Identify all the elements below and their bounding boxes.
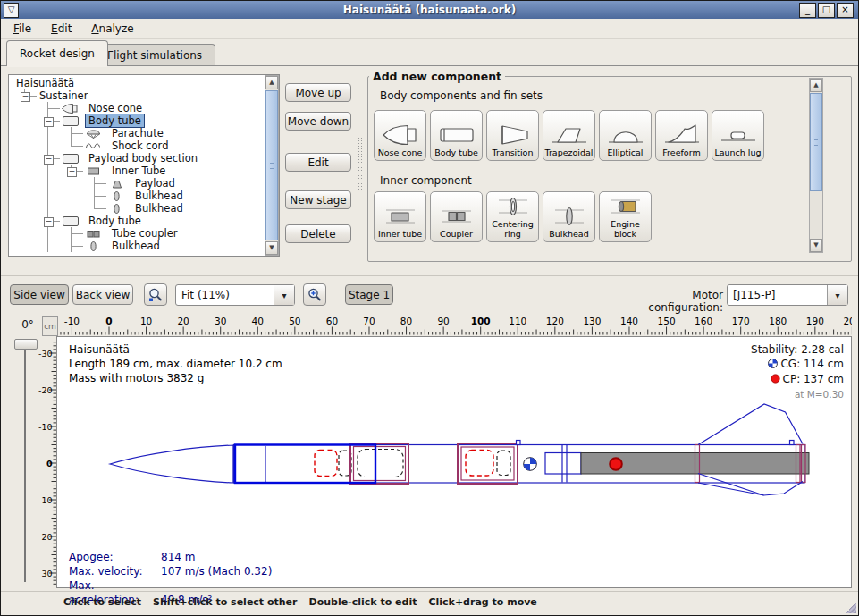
rotation-slider-handle[interactable] — [14, 339, 38, 350]
component-tree[interactable]: HaisunäätäSustainerNose coneBody tubePar… — [8, 74, 280, 257]
launchlug-icon — [719, 122, 758, 148]
tree-item-label[interactable]: Shock cord — [109, 139, 171, 152]
menu-file[interactable]: File — [13, 22, 31, 35]
tree-expander[interactable] — [67, 167, 77, 177]
svg-text:160: 160 — [695, 316, 712, 326]
delete-button[interactable]: Delete — [285, 224, 351, 243]
close-icon[interactable]: × — [837, 3, 854, 18]
bulkhead-icon — [106, 190, 130, 202]
svg-text:-20: -20 — [38, 385, 53, 395]
tab-rocket-design[interactable]: Rocket design — [6, 40, 108, 66]
tree-item-label[interactable]: Bulkhead — [132, 202, 186, 215]
tree-expander[interactable] — [44, 117, 54, 127]
title-bar[interactable]: ▽ Haisunäätä (haisunaata.ork) _ □ × — [1, 1, 858, 19]
tree-item-label[interactable]: Haisunäätä — [13, 77, 77, 89]
tree-item-shock-cord[interactable]: Shock cord — [10, 139, 264, 152]
tab-flight-simulations[interactable]: Flight simulations — [94, 44, 215, 66]
tree-item-label[interactable]: Tube coupler — [109, 227, 181, 240]
component-button-transition[interactable]: Transition — [486, 110, 539, 161]
tree-item-label[interactable]: Sustainer — [37, 89, 90, 102]
tree-expander[interactable] — [44, 155, 54, 165]
tree-item-label[interactable]: Payload — [132, 177, 178, 190]
component-button-trapezoidal[interactable]: Trapezoidal — [543, 110, 595, 161]
tree-item-label[interactable]: Nose cone — [86, 102, 145, 114]
component-button-coupler[interactable]: Coupler — [430, 191, 483, 242]
cp-marker — [610, 458, 622, 470]
tree-item-payload-body-section[interactable]: Payload body section — [10, 152, 264, 165]
rocket-canvas[interactable]: Haisunäätä Length 189 cm, max. diameter … — [56, 336, 852, 588]
component-button-body-tube[interactable]: Body tube — [430, 110, 483, 161]
tree-item-label[interactable]: Inner Tube — [109, 165, 168, 177]
chevron-down-icon[interactable]: ▾ — [827, 285, 847, 305]
tree-item-haisun-t-[interactable]: Haisunäätä — [10, 77, 264, 89]
new-stage-button[interactable]: New stage — [285, 190, 351, 209]
tree-item-label[interactable]: Payload body section — [86, 152, 200, 165]
back-view-button[interactable]: Back view — [72, 284, 133, 305]
tree-item-inner-tube[interactable]: Inner Tube — [10, 165, 264, 177]
component-button-engine-block[interactable]: Engine block — [599, 191, 652, 242]
tree-item-label[interactable]: Parachute — [109, 127, 166, 139]
zoom-level-select[interactable]: Fit (11%) ▾ — [175, 284, 295, 306]
menu-analyze[interactable]: Analyze — [91, 22, 133, 35]
bodytube-icon — [60, 153, 83, 165]
hint-double-click: Double-click to edit — [309, 596, 417, 608]
component-button-bulkhead[interactable]: Bulkhead — [543, 191, 595, 242]
tree-item-label[interactable]: Body tube — [86, 114, 144, 127]
component-button-nose-cone[interactable]: Nose cone — [374, 110, 426, 161]
window-title: Haisunäätä (haisunaata.ork) — [1, 4, 858, 16]
tree-item-tube-coupler[interactable]: Tube coupler — [10, 227, 264, 240]
zoom-in-button[interactable] — [303, 283, 326, 306]
innertube-icon — [381, 203, 420, 230]
panel-divider-grip[interactable] — [358, 137, 363, 190]
scroll-up-icon[interactable]: ▲ — [265, 76, 278, 89]
tree-item-label[interactable]: Bulkhead — [109, 240, 163, 252]
resize-grip[interactable] — [846, 603, 856, 613]
svg-text:130: 130 — [583, 316, 601, 326]
tree-item-label[interactable]: Bulkhead — [132, 190, 186, 202]
tree-scrollbar[interactable]: ▲ ▼ — [265, 75, 279, 256]
side-view-button[interactable]: Side view — [10, 284, 69, 305]
minimize-icon[interactable]: _ — [799, 3, 816, 18]
tree-item-sustainer[interactable]: Sustainer — [10, 89, 264, 102]
scroll-down-icon[interactable]: ▼ — [265, 241, 278, 255]
component-scrollbar-thumb[interactable] — [810, 93, 822, 191]
move-up-button[interactable]: Move up — [285, 83, 351, 102]
chevron-down-icon[interactable]: ▾ — [274, 285, 294, 305]
tree-item-parachute[interactable]: Parachute — [10, 127, 264, 139]
stage-1-toggle[interactable]: Stage 1 — [345, 284, 393, 305]
maximize-icon[interactable]: □ — [818, 3, 835, 18]
zoom-out-button[interactable] — [144, 283, 167, 306]
component-button-inner-tube[interactable]: Inner tube — [374, 191, 426, 242]
tree-scrollbar-thumb[interactable] — [265, 90, 278, 240]
scroll-up-icon[interactable]: ▲ — [810, 79, 822, 92]
svg-text:180: 180 — [769, 316, 787, 326]
tree-item-bulkhead[interactable]: Bulkhead — [10, 202, 264, 215]
tree-expander[interactable] — [21, 92, 30, 102]
edit-button[interactable]: Edit — [285, 153, 351, 172]
svg-text:0: 0 — [46, 459, 53, 468]
scroll-down-icon[interactable]: ▼ — [810, 239, 822, 252]
motor-configuration-select[interactable]: [J115-P] ▾ — [727, 284, 848, 306]
tree-item-payload[interactable]: Payload — [10, 177, 264, 190]
component-button-elliptical[interactable]: Elliptical — [599, 110, 652, 161]
tree-item-bulkhead[interactable]: Bulkhead — [10, 240, 264, 252]
component-button-freeform[interactable]: Freeform — [655, 110, 708, 161]
menu-edit[interactable]: Edit — [51, 22, 72, 35]
rotation-slider-track[interactable] — [24, 348, 26, 582]
svg-text:120: 120 — [546, 316, 564, 326]
rocket-info: Haisunäätä Length 189 cm, max. diameter … — [69, 342, 282, 385]
tree-item-body-tube[interactable]: Body tube — [10, 114, 264, 127]
component-button-launch-lug[interactable]: Launch lug — [712, 110, 764, 161]
hint-drag: Click+drag to move — [428, 596, 536, 608]
tree-item-label[interactable]: Body tube — [86, 215, 144, 227]
openrocket-window: ▽ Haisunäätä (haisunaata.ork) _ □ × File… — [0, 0, 859, 616]
svg-text:30: 30 — [41, 569, 52, 578]
move-down-button[interactable]: Move down — [285, 112, 351, 131]
tree-item-body-tube[interactable]: Body tube — [10, 215, 264, 227]
tree-item-nose-cone[interactable]: Nose cone — [10, 102, 264, 114]
component-panel-scrollbar[interactable]: ▲ ▼ — [809, 78, 823, 253]
tree-expander[interactable] — [44, 217, 54, 227]
component-button-centering-ring[interactable]: Centering ring — [486, 191, 539, 242]
centeringring-icon — [493, 193, 533, 220]
tree-item-bulkhead[interactable]: Bulkhead — [10, 190, 264, 202]
